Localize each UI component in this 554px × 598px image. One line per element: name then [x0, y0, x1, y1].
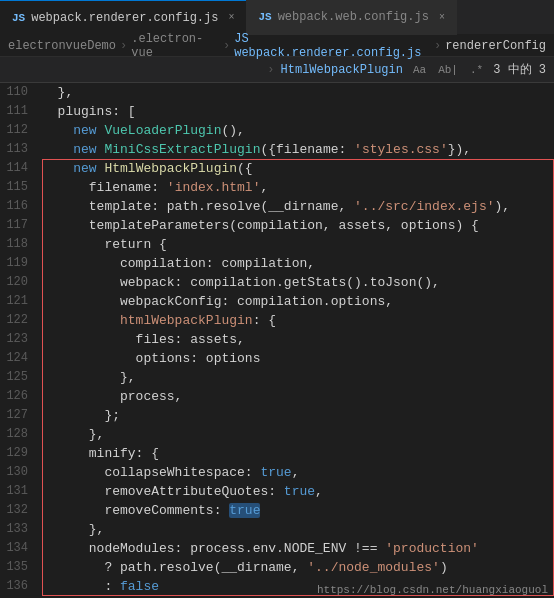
table-row: 125 }, — [0, 368, 554, 387]
search-count: 3 中的 3 — [493, 61, 546, 78]
url-bar: https://blog.csdn.net/huangxiaoguol — [311, 582, 554, 598]
line-content: compilation: compilation, — [38, 254, 315, 273]
line-number: 129 — [0, 444, 38, 463]
tab-bar: JS webpack.renderer.config.js × JS webpa… — [0, 0, 554, 35]
line-content: nodeModules: process.env.NODE_ENV !== 'p… — [38, 539, 479, 558]
table-row: 112 new VueLoaderPlugin(), — [0, 121, 554, 140]
line-content: new MiniCssExtractPlugin({filename: 'sty… — [38, 140, 471, 159]
line-number: 116 — [0, 197, 38, 216]
breadcrumb-sep-2: › — [223, 39, 230, 53]
line-number: 125 — [0, 368, 38, 387]
line-content: new VueLoaderPlugin(), — [38, 121, 245, 140]
table-row: 130 collapseWhitespace: true, — [0, 463, 554, 482]
table-row: 111 plugins: [ — [0, 102, 554, 121]
breadcrumb-file[interactable]: JS webpack.renderer.config.js — [234, 32, 430, 60]
line-number: 115 — [0, 178, 38, 197]
code-lines: 110 },111 plugins: [112 new VueLoaderPlu… — [0, 83, 554, 598]
search-controls: Aa Ab| .* — [409, 62, 487, 78]
table-row: 123 files: assets, — [0, 330, 554, 349]
tab-close-icon-2[interactable]: × — [439, 12, 445, 23]
table-row: 134 nodeModules: process.env.NODE_ENV !=… — [0, 539, 554, 558]
table-row: 124 options: options — [0, 349, 554, 368]
table-row: 116 template: path.resolve(__dirname, '.… — [0, 197, 554, 216]
line-content: new HtmlWebpackPlugin({ — [38, 159, 253, 178]
line-content: minify: { — [38, 444, 159, 463]
line-content: plugins: [ — [38, 102, 136, 121]
table-row: 133 }, — [0, 520, 554, 539]
line-content: }, — [38, 520, 104, 539]
table-row: 121 webpackConfig: compilation.options, — [0, 292, 554, 311]
line-content: collapseWhitespace: true, — [38, 463, 299, 482]
line-content: files: assets, — [38, 330, 245, 349]
breadcrumb-current: rendererConfig — [445, 39, 546, 53]
js-icon: JS — [12, 12, 25, 24]
table-row: 122 htmlWebpackPlugin: { — [0, 311, 554, 330]
table-row: 118 return { — [0, 235, 554, 254]
tab-renderer-config[interactable]: JS webpack.renderer.config.js × — [0, 0, 246, 35]
table-row: 114 new HtmlWebpackPlugin({ — [0, 159, 554, 178]
tab-web-label: webpack.web.config.js — [278, 10, 429, 24]
line-number: 135 — [0, 558, 38, 577]
line-content: : false — [38, 577, 159, 596]
line-number: 122 — [0, 311, 38, 330]
line-number: 112 — [0, 121, 38, 140]
line-number: 119 — [0, 254, 38, 273]
breadcrumb-electron-vue[interactable]: .electron-vue — [131, 32, 219, 60]
line-number: 110 — [0, 83, 38, 102]
line-number: 136 — [0, 577, 38, 596]
line-number: 114 — [0, 159, 38, 178]
line-content: htmlWebpackPlugin: { — [38, 311, 276, 330]
line-number: 120 — [0, 273, 38, 292]
line-number: 117 — [0, 216, 38, 235]
tab-web-config[interactable]: JS webpack.web.config.js × — [246, 0, 456, 35]
search-plugin-name[interactable]: HtmlWebpackPlugin — [281, 63, 403, 77]
search-chevron-icon: › — [267, 63, 274, 77]
line-number: 111 — [0, 102, 38, 121]
search-bar: › HtmlWebpackPlugin Aa Ab| .* 3 中的 3 — [0, 57, 554, 83]
line-number: 133 — [0, 520, 38, 539]
breadcrumb-sep-3: › — [434, 39, 441, 53]
line-content: templateParameters(compilation, assets, … — [38, 216, 479, 235]
breadcrumb: electronvueDemo › .electron-vue › JS web… — [0, 35, 554, 57]
table-row: 117 templateParameters(compilation, asse… — [0, 216, 554, 235]
line-number: 126 — [0, 387, 38, 406]
line-content: filename: 'index.html', — [38, 178, 268, 197]
table-row: 110 }, — [0, 83, 554, 102]
search-regex-btn[interactable]: .* — [466, 62, 487, 78]
js-icon-2: JS — [258, 11, 271, 23]
table-row: 119 compilation: compilation, — [0, 254, 554, 273]
tab-close-icon[interactable]: × — [228, 12, 234, 23]
breadcrumb-sep-1: › — [120, 39, 127, 53]
table-row: 115 filename: 'index.html', — [0, 178, 554, 197]
line-number: 113 — [0, 140, 38, 159]
line-content: process, — [38, 387, 182, 406]
line-content: removeAttributeQuotes: true, — [38, 482, 323, 501]
line-number: 130 — [0, 463, 38, 482]
table-row: 120 webpack: compilation.getStats().toJs… — [0, 273, 554, 292]
line-content: removeComments: true — [38, 501, 260, 520]
line-number: 123 — [0, 330, 38, 349]
line-content: }, — [38, 83, 73, 102]
table-row: 129 minify: { — [0, 444, 554, 463]
table-row: 126 process, — [0, 387, 554, 406]
line-number: 131 — [0, 482, 38, 501]
table-row: 127 }; — [0, 406, 554, 425]
line-content: webpack: compilation.getStats().toJson()… — [38, 273, 440, 292]
line-number: 128 — [0, 425, 38, 444]
line-number: 127 — [0, 406, 38, 425]
table-row: 132 removeComments: true — [0, 501, 554, 520]
code-area: 110 },111 plugins: [112 new VueLoaderPlu… — [0, 83, 554, 598]
line-content: options: options — [38, 349, 260, 368]
line-content: }; — [38, 406, 120, 425]
search-case-btn[interactable]: Aa — [409, 62, 430, 78]
table-row: 113 new MiniCssExtractPlugin({filename: … — [0, 140, 554, 159]
breadcrumb-root[interactable]: electronvueDemo — [8, 39, 116, 53]
line-number: 121 — [0, 292, 38, 311]
editor-container: JS webpack.renderer.config.js × JS webpa… — [0, 0, 554, 598]
line-number: 134 — [0, 539, 38, 558]
line-content: return { — [38, 235, 167, 254]
line-number: 118 — [0, 235, 38, 254]
tab-renderer-label: webpack.renderer.config.js — [31, 11, 218, 25]
search-word-btn[interactable]: Ab| — [434, 62, 462, 78]
line-content: }, — [38, 425, 104, 444]
